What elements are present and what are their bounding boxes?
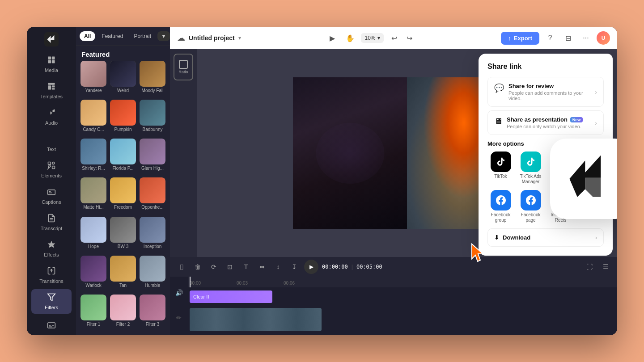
svg-rect-11 — [52, 166, 55, 169]
undo-button[interactable]: ↩ — [387, 31, 402, 45]
filter-item[interactable]: Florida P... — [109, 139, 137, 176]
cloud-icon: ☁ — [177, 33, 185, 43]
filter-item[interactable]: BW 3 — [109, 217, 137, 254]
timeline-edit-icon[interactable]: ✏ — [176, 314, 182, 321]
sidebar-item-captions[interactable]: Captions — [31, 184, 72, 208]
filter-tab-more-dropdown[interactable]: ▼ — [157, 31, 170, 41]
download-label: Download — [503, 234, 530, 241]
filter-item[interactable]: Pumpkin — [109, 100, 137, 137]
ruler-mark-0: 00:00 — [190, 281, 201, 286]
filter-item[interactable]: Hope — [80, 217, 107, 254]
sidebar-item-transitions[interactable]: Transitions — [31, 263, 72, 287]
help-button[interactable]: ? — [543, 31, 557, 45]
timeline-audio-icon[interactable]: 🔊 — [175, 289, 183, 296]
filter-item[interactable]: Candy C... — [80, 100, 107, 137]
timeline-delete-btn[interactable]: 🗑 — [191, 261, 204, 273]
filter-item[interactable]: Humble — [139, 256, 166, 293]
share-facebook-group[interactable]: Facebook group — [487, 190, 514, 223]
filter-item-name: Humble — [139, 283, 166, 288]
filter-grid: YandereWeirdMoody FallCandy C...PumpkinB… — [76, 61, 170, 335]
sidebar-item-elements[interactable]: Elements — [31, 157, 72, 182]
filter-item[interactable]: Matte Hi... — [80, 177, 107, 215]
redo-button[interactable]: ↪ — [402, 31, 417, 45]
filter-thumbnail — [80, 217, 106, 243]
undo-redo-group: ↩ ↪ — [387, 31, 417, 45]
share-for-review-option[interactable]: 💬 Share for review People can add commen… — [487, 77, 604, 107]
share-facebook-page[interactable]: Facebook page — [517, 190, 544, 223]
timeline-body: 🔊 ✏ 00:00 00:03 00:06 Clear II — [170, 277, 617, 335]
filter-item[interactable]: Freedom — [109, 177, 137, 215]
filter-item[interactable]: Filter 1 — [80, 295, 107, 332]
timeline-ruler: 00:00 00:03 00:06 — [188, 277, 617, 287]
app-logo[interactable] — [42, 32, 60, 46]
export-button[interactable]: ↑ Export — [501, 32, 539, 45]
timeline-split-btn[interactable]: ⌷ — [175, 261, 188, 273]
sidebar-item-transcript[interactable]: Transcript — [31, 210, 72, 235]
export-icon: ↑ — [508, 35, 511, 42]
filter-item[interactable]: Warlock — [80, 256, 107, 293]
hand-tool[interactable]: ✋ — [343, 31, 357, 45]
filter-item[interactable]: Tan — [109, 256, 137, 293]
filter-item[interactable]: Oppenhe... — [139, 177, 166, 215]
sidebar-item-templates-label: Templates — [40, 94, 63, 99]
filter-thumbnail — [80, 61, 106, 87]
share-review-title: Share for review — [508, 83, 595, 89]
play-tool[interactable]: ▶ — [325, 31, 339, 45]
share-tiktok[interactable]: TikTok — [487, 152, 514, 185]
transcript-icon — [47, 214, 56, 224]
filter-item[interactable]: Filter 2 — [109, 295, 137, 332]
timeline-duplicate-btn[interactable]: ⟳ — [208, 261, 220, 273]
user-avatar[interactable]: U — [597, 31, 610, 45]
more-button[interactable]: ··· — [579, 31, 593, 45]
filter-item[interactable]: Filter 3 — [139, 295, 166, 332]
timeline-playhead[interactable] — [190, 277, 191, 287]
timeline-settings-btn[interactable]: ☰ — [599, 261, 612, 273]
project-chevron[interactable]: ▾ — [238, 35, 241, 41]
sidebar-item-templates[interactable]: Templates — [31, 78, 72, 103]
filter-item[interactable]: Yandere — [80, 61, 107, 98]
video-track-block[interactable] — [190, 308, 322, 331]
filter-item[interactable]: Badbunny — [139, 100, 166, 137]
filter-item[interactable]: Weird — [109, 61, 137, 98]
filter-tab-all[interactable]: All — [80, 31, 95, 41]
sidebar-item-filters[interactable]: Filters — [31, 289, 72, 314]
fullscreen-btn[interactable]: ⛶ — [583, 261, 596, 273]
filter-track-label: Clear II — [193, 294, 209, 299]
filter-item[interactable]: Glam Hig... — [139, 139, 166, 176]
share-tiktok-ads[interactable]: TikTok Ads Manager — [517, 152, 544, 185]
zoom-control[interactable]: 10% ▾ — [361, 33, 383, 43]
project-name[interactable]: Untitled project — [189, 34, 235, 42]
filter-item[interactable]: Inception — [139, 217, 166, 254]
timeline-split2-btn[interactable]: ⇔ — [256, 261, 268, 273]
sidebar-item-text[interactable]: Text — [31, 131, 72, 156]
layout-button[interactable]: ⊟ — [561, 31, 575, 45]
timeline-export-btn[interactable]: ↧ — [288, 261, 301, 273]
ratio-button[interactable]: Ratio — [174, 54, 193, 80]
sidebar-item-media[interactable]: Media — [31, 52, 72, 76]
filter-item[interactable]: Shirley: R... — [80, 139, 107, 176]
timeline-play-button[interactable]: ▶ — [304, 260, 318, 274]
timeline-scale-btn[interactable]: ↕ — [272, 261, 284, 273]
sidebar-item-audio[interactable]: Audio — [31, 105, 72, 129]
filter-item-name: Filter 2 — [109, 322, 137, 327]
filter-item[interactable]: Moody Fall — [139, 61, 166, 98]
filter-tab-portrait[interactable]: Portrait — [129, 31, 156, 41]
svg-point-10 — [52, 162, 55, 164]
share-presentation-chevron-icon: › — [595, 119, 597, 126]
filter-thumbnail — [80, 295, 106, 320]
sidebar-item-effects[interactable]: Effects — [31, 236, 72, 261]
filter-tab-featured[interactable]: Featured — [97, 31, 127, 41]
topbar: ☁ Untitled project ▾ ▶ ✋ 10% ▾ ↩ ↪ ↑ Exp… — [170, 27, 617, 49]
timeline-side: 🔊 ✏ — [170, 277, 188, 335]
filter-item-name: Filter 1 — [80, 322, 107, 327]
filter-track-block[interactable]: Clear II — [190, 290, 272, 303]
share-as-presentation-option[interactable]: 🖥 Share as presentation New People can o… — [487, 110, 604, 135]
ruler-mark-2: 00:06 — [284, 281, 295, 286]
transitions-icon — [47, 266, 56, 277]
sidebar-item-subtitle[interactable] — [31, 317, 72, 335]
timeline-text-btn[interactable]: T — [240, 261, 252, 273]
timeline-tracks: 00:00 00:03 00:06 Clear II — [188, 277, 617, 335]
download-button[interactable]: ⬇ Download › — [487, 228, 604, 247]
text-icon — [47, 135, 56, 145]
timeline-crop-btn[interactable]: ⊡ — [224, 261, 236, 273]
